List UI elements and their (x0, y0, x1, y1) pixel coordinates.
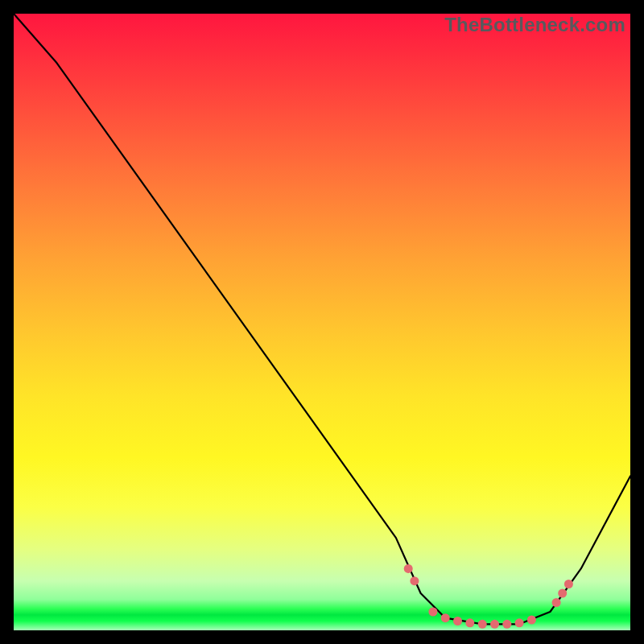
marker-group (404, 564, 573, 629)
data-marker (428, 608, 437, 617)
series-line (14, 14, 630, 624)
data-marker (515, 618, 524, 627)
data-marker (465, 618, 474, 627)
data-marker (502, 620, 511, 629)
data-marker (404, 564, 413, 573)
chart-svg (14, 14, 630, 630)
data-marker (478, 620, 487, 629)
data-marker (527, 616, 536, 625)
data-marker (441, 613, 450, 622)
data-marker (552, 598, 561, 607)
data-marker (453, 617, 462, 625)
chart-frame: TheBottleneck.com (0, 0, 644, 644)
data-marker (558, 589, 567, 598)
data-marker (410, 576, 419, 585)
plot-area: TheBottleneck.com (14, 14, 630, 630)
data-marker (490, 620, 499, 629)
data-marker (564, 580, 573, 588)
